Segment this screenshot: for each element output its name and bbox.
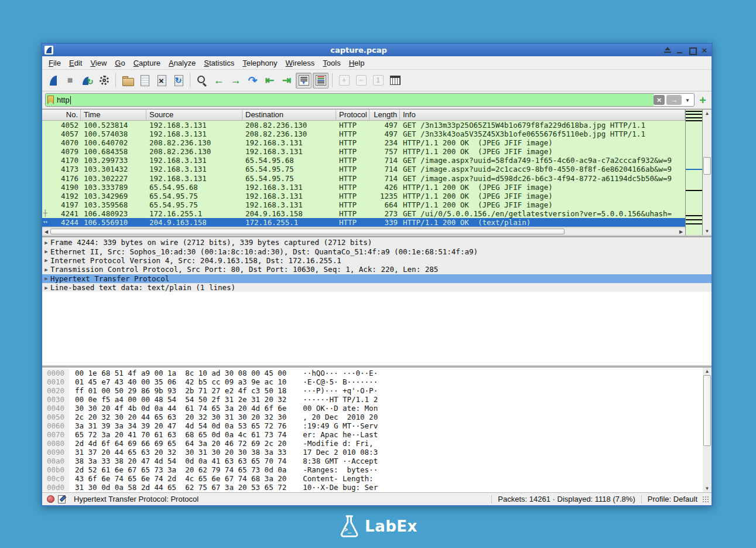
hex-row[interactable]: 009031 37 20 44 65 63 20 32 30 31 30 20 …: [42, 448, 703, 457]
packet-row[interactable]: 4079100.684358208.82.236.130192.168.3.13…: [42, 147, 685, 156]
packet-row[interactable]: 4070100.640702208.82.236.130192.168.3.13…: [42, 138, 685, 147]
intelligent-scrollbar-minimap[interactable]: [685, 110, 703, 235]
packet-row[interactable]: 4192103.34296965.54.95.75192.168.3.131HT…: [42, 192, 685, 200]
hex-row[interactable]: 00c043 6f 6e 74 65 6e 74 2d 4c 65 6e 67 …: [42, 474, 703, 483]
close-file-icon[interactable]: ×: [153, 73, 169, 89]
expander-icon[interactable]: ▶: [42, 267, 50, 273]
menu-help[interactable]: Help: [345, 57, 369, 69]
go-to-packet-icon[interactable]: ↷: [245, 73, 261, 89]
menu-capture[interactable]: Capture: [129, 57, 165, 69]
menu-analyze[interactable]: Analyze: [165, 57, 200, 69]
hex-row[interactable]: 00d031 30 0d 0a 58 2d 44 65 62 75 67 3a …: [42, 483, 703, 492]
capture-options-icon[interactable]: [96, 73, 112, 89]
hscroll-thumb[interactable]: [50, 229, 565, 234]
shade-window-icon[interactable]: [664, 47, 671, 53]
detail-row[interactable]: ▶Hypertext Transfer Protocol: [42, 274, 711, 283]
find-packet-icon[interactable]: [194, 73, 210, 89]
vscroll-thumb[interactable]: [703, 157, 711, 175]
hex-row[interactable]: 00b02d 52 61 6e 67 65 73 3a 20 62 79 74 …: [42, 465, 703, 474]
packet-row[interactable]: 4173103.301432192.168.3.13165.54.95.75HT…: [42, 165, 685, 173]
expander-icon[interactable]: ▶: [42, 257, 50, 263]
filter-add-button[interactable]: +: [697, 95, 708, 105]
minimize-icon[interactable]: [676, 47, 683, 53]
packet-row[interactable]: 4052100.523814192.168.3.131208.82.236.13…: [42, 121, 685, 130]
start-capture-icon[interactable]: [45, 73, 61, 89]
detail-row[interactable]: ▶Ethernet II, Src: Sophos_10:ad:30 (00:1…: [42, 247, 711, 256]
hex-row[interactable]: 00802d 4d 6f 64 69 66 69 65 64 3a 20 46 …: [42, 439, 703, 448]
open-file-icon[interactable]: [119, 73, 135, 89]
auto-scroll-icon[interactable]: ▼: [296, 73, 312, 89]
menu-go[interactable]: Go: [111, 57, 129, 69]
packet-row[interactable]: 4190103.33378965.54.95.68192.168.3.131HT…: [42, 183, 685, 192]
menu-edit[interactable]: Edit: [65, 57, 86, 69]
go-forward-icon[interactable]: →: [228, 73, 244, 89]
resize-columns-icon[interactable]: [387, 73, 403, 89]
vscroll-thumb[interactable]: [703, 375, 711, 446]
menu-view[interactable]: View: [86, 57, 111, 69]
packet-row[interactable]: 4176103.302227192.168.3.13165.54.95.75HT…: [42, 174, 685, 183]
filter-apply-button[interactable]: →: [666, 95, 682, 105]
scroll-right-icon[interactable]: ▶: [677, 229, 685, 234]
filter-text-area[interactable]: http: [46, 94, 654, 106]
display-filter-input[interactable]: http × → ▾: [45, 93, 695, 107]
column-header-length[interactable]: Length: [370, 110, 400, 120]
capture-comment-icon[interactable]: [58, 495, 66, 503]
reload-file-icon[interactable]: ↻: [170, 73, 186, 89]
menu-tools[interactable]: Tools: [319, 57, 344, 69]
menu-statistics[interactable]: Statistics: [200, 57, 238, 69]
hex-row[interactable]: 000000 1e 68 51 4f a9 00 1a 8c 10 ad 30 …: [42, 369, 703, 377]
stop-capture-icon[interactable]: ■: [62, 73, 78, 89]
menu-telephony[interactable]: Telephony: [238, 57, 281, 69]
packet-row[interactable]: 4057100.574038192.168.3.131208.82.236.13…: [42, 130, 685, 138]
packet-row[interactable]: 4197103.35956865.54.95.75192.168.3.131HT…: [42, 200, 685, 209]
detail-row[interactable]: ▶Internet Protocol Version 4, Src: 204.9…: [42, 256, 711, 265]
filter-dropdown-button[interactable]: ▾: [683, 95, 692, 105]
hex-row[interactable]: 004030 30 20 4f 4b 0d 0a 44 61 74 65 3a …: [42, 404, 703, 413]
title-bar[interactable]: capture.pcap ×: [42, 44, 711, 56]
packet-row[interactable]: 4244↤106.556910204.9.163.158172.16.255.1…: [42, 218, 685, 227]
save-file-icon[interactable]: [136, 73, 152, 89]
filter-clear-button[interactable]: ×: [654, 95, 665, 105]
bookmark-icon[interactable]: [47, 96, 54, 104]
scroll-down-icon[interactable]: ▼: [703, 485, 711, 492]
go-first-packet-icon[interactable]: ⇤: [262, 73, 278, 89]
hex-row[interactable]: 007065 72 3a 20 41 70 61 63 68 65 0d 0a …: [42, 430, 703, 439]
profile-label[interactable]: Profile: Default: [648, 495, 697, 503]
hex-row[interactable]: 003000 0e f5 a4 00 00 48 54 54 50 2f 31 …: [42, 395, 703, 404]
hex-row[interactable]: 001001 45 e7 43 40 00 35 06 42 b5 cc 09 …: [42, 377, 703, 386]
scroll-up-icon[interactable]: ▲: [703, 110, 711, 117]
hex-row[interactable]: 00a038 3a 33 38 20 47 4d 54 0d 0a 41 63 …: [42, 457, 703, 465]
hex-row[interactable]: 00603a 31 39 3a 34 39 20 47 4d 54 0d 0a …: [42, 421, 703, 430]
colorize-packets-icon[interactable]: [313, 73, 329, 89]
detail-row[interactable]: ▶Transmission Control Protocol, Src Port…: [42, 265, 711, 274]
scroll-left-icon[interactable]: ◀: [42, 229, 50, 234]
menu-wireless[interactable]: Wireless: [282, 57, 319, 69]
column-header-protocol[interactable]: Protocol: [336, 110, 370, 120]
detail-row[interactable]: ▶Line-based text data: text/plain (1 lin…: [42, 283, 711, 292]
scroll-down-icon[interactable]: ▼: [703, 227, 711, 235]
bytes-vscrollbar[interactable]: ▲ ▼: [703, 367, 711, 492]
go-back-icon[interactable]: ←: [211, 73, 227, 89]
scroll-up-icon[interactable]: ▲: [703, 367, 711, 375]
hex-row[interactable]: 0020ff 01 00 50 29 86 9b 93 2b 71 27 e2 …: [42, 386, 703, 395]
detail-row[interactable]: ▶Frame 4244: 339 bytes on wire (2712 bit…: [42, 238, 711, 247]
expander-icon[interactable]: ▶: [42, 249, 50, 254]
packet-row[interactable]: 4170103.299733192.168.3.13165.54.95.68HT…: [42, 156, 685, 165]
column-header-info[interactable]: Info: [400, 110, 685, 120]
column-header-time[interactable]: Time: [81, 110, 146, 120]
column-header-source[interactable]: Source: [146, 110, 242, 120]
resize-grip[interactable]: [702, 496, 709, 503]
close-icon[interactable]: ×: [701, 47, 708, 53]
expander-icon[interactable]: ▶: [42, 240, 50, 246]
packet-list-vscrollbar[interactable]: ▲ ▼: [703, 110, 711, 235]
expander-icon[interactable]: ▶: [42, 275, 50, 281]
restart-capture-icon[interactable]: ↻: [79, 73, 95, 89]
column-header-destination[interactable]: Destination: [242, 110, 336, 120]
column-header-no[interactable]: No.: [42, 110, 81, 120]
maximize-icon[interactable]: [689, 47, 696, 53]
expander-icon[interactable]: ▶: [42, 285, 50, 291]
packet-list-hscrollbar[interactable]: ◀ ▶: [42, 227, 685, 235]
packet-row[interactable]: 4241┼106.480923172.16.255.1204.9.163.158…: [42, 209, 685, 218]
menu-file[interactable]: File: [45, 57, 65, 69]
go-last-packet-icon[interactable]: ⇥: [279, 73, 295, 89]
